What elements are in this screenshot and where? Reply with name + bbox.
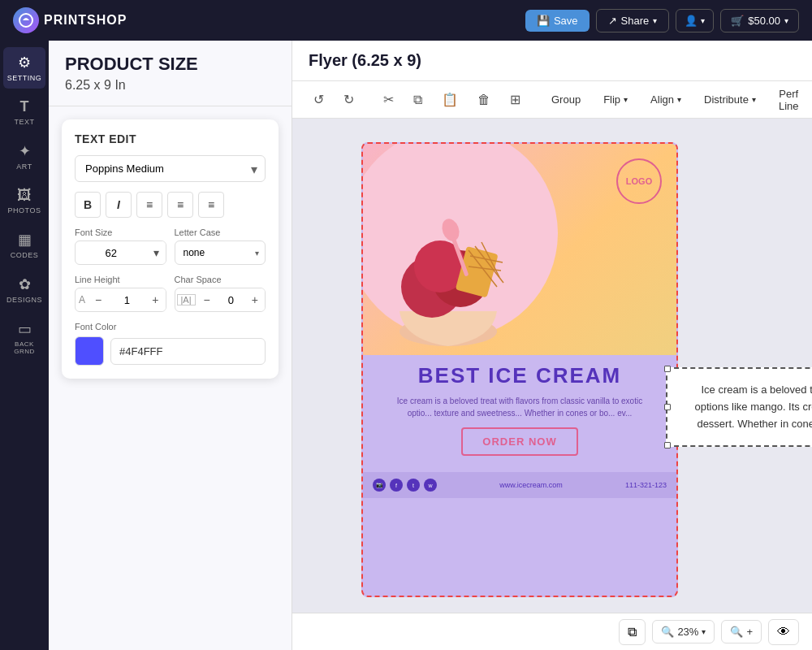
color-hex-input[interactable] <box>110 338 266 365</box>
line-height-minus-btn[interactable]: − <box>89 288 108 311</box>
instagram-icon: 📷 <box>373 479 386 492</box>
zoom-in-icon: 🔍 <box>730 626 743 638</box>
zoom-in-button[interactable]: 🔍 + <box>721 620 762 644</box>
sidebar-item-setting[interactable]: ⚙ SETTING <box>3 47 45 89</box>
font-select[interactable]: Poppins Medium <box>75 155 266 182</box>
logo-area: PRINTSHOP <box>13 7 516 33</box>
zoom-in-plus: + <box>746 626 753 638</box>
facebook-icon: f <box>390 479 403 492</box>
preview-button[interactable]: 👁 <box>768 619 799 645</box>
font-size-group: Font Size 62 ▾ <box>75 228 166 265</box>
font-size-chevron-btn[interactable]: ▾ <box>147 241 166 264</box>
char-space-display: 0 <box>217 289 245 311</box>
char-space-input-wrapper: |A| − 0 + <box>175 288 266 312</box>
undo-button[interactable]: ↺ <box>305 87 332 112</box>
align-center-button[interactable]: ≡ <box>167 192 193 218</box>
flyer-footer: 📷 f t w www.icecream.com 111-321-123 <box>363 472 676 498</box>
line-height-label: Line Height <box>75 275 166 284</box>
group-button[interactable]: Group <box>542 89 590 110</box>
flip-button[interactable]: Flip ▾ <box>594 89 637 110</box>
distribute-chevron-icon: ▾ <box>752 95 756 104</box>
layers-button[interactable]: ⧉ <box>619 619 646 645</box>
page-title-bar: Flyer (6.25 x 9) <box>292 41 812 81</box>
flyer-description: Ice cream is a beloved treat with flavor… <box>376 395 663 419</box>
cart-icon: 🛒 <box>731 15 744 27</box>
user-icon: 👤 <box>685 15 698 27</box>
bottom-bar: ⧉ 🔍 23% ▾ 🔍 + 👁 <box>292 613 812 650</box>
price-button[interactable]: 🛒 $50.00 ▾ <box>720 9 799 32</box>
website-text: www.icecream.com <box>499 481 563 489</box>
grid-button[interactable]: ⊞ <box>502 87 529 112</box>
align-right-button[interactable]: ≡ <box>198 192 224 218</box>
flyer-bottom: BEST ICE CREAM Ice cream is a beloved tr… <box>363 355 676 472</box>
text-icon: T <box>20 98 29 115</box>
align-button[interactable]: Align ▾ <box>641 89 691 110</box>
distribute-button[interactable]: Distribute ▾ <box>694 89 766 110</box>
logo-text: PRINTSHOP <box>44 13 127 28</box>
user-button[interactable]: 👤 ▾ <box>676 9 714 32</box>
save-icon: 💾 <box>537 15 550 27</box>
font-select-wrapper: Poppins Medium ▾ <box>75 155 266 182</box>
sidebar-item-photos[interactable]: 🖼 PHOTOS <box>3 180 45 221</box>
char-space-plus-btn[interactable]: + <box>245 288 265 311</box>
char-space-label: Char Space <box>175 275 266 284</box>
content-area: Flyer (6.25 x 9) ↺ ↻ ✂ ⧉ 📋 🗑 ⊞ Group Fli… <box>292 41 812 650</box>
social-icons: 📷 f t w <box>373 479 437 492</box>
sidebar-item-art[interactable]: ✦ ART <box>3 136 45 177</box>
line-height-row: Line Height A − 1 + Char Space |A| − 0 + <box>75 275 266 312</box>
resize-handle-ml[interactable] <box>664 404 671 410</box>
char-space-minus-btn[interactable]: − <box>197 288 217 311</box>
paste-button[interactable]: 📋 <box>434 87 466 112</box>
color-input-row <box>75 336 266 366</box>
sidebar-item-codes[interactable]: ▦ CODES <box>3 224 45 266</box>
align-left-button[interactable]: ≡ <box>136 192 162 218</box>
logo-badge: LOGO <box>616 158 662 204</box>
line-height-plus-btn[interactable]: + <box>145 288 165 311</box>
line-height-icon: A <box>76 294 89 306</box>
header: PRINTSHOP 💾 Save ↗ Share ▾ 👤 ▾ 🛒 $50.00 … <box>0 0 812 41</box>
order-now-button[interactable]: ORDER NOW <box>461 427 577 456</box>
order-button-wrapper: ORDER NOW <box>376 427 663 464</box>
canvas-container: LOGO BEST ICE CREAM Ice cream is a belov… <box>292 119 812 613</box>
bold-button[interactable]: B <box>75 192 101 218</box>
price-chevron-icon: ▾ <box>784 16 788 25</box>
left-panel: PRODUCT SIZE 6.25 x 9 In TEXT EDIT Poppi… <box>49 41 292 650</box>
selected-text-overlay[interactable]: Ice cream is a beloved treat with flavor… <box>666 367 812 447</box>
sidebar-item-background[interactable]: ▭ BACKGRND <box>3 314 45 362</box>
letter-case-select-wrapper: none uppercase lowercase ▾ <box>175 240 266 265</box>
chevron-down-icon: ▾ <box>653 16 657 25</box>
share-button[interactable]: ↗ Share ▾ <box>596 9 670 32</box>
save-button[interactable]: 💾 Save <box>525 10 590 32</box>
copy-button[interactable]: ⧉ <box>405 88 430 112</box>
zoom-out-button[interactable]: 🔍 23% ▾ <box>652 620 715 644</box>
flyer[interactable]: LOGO BEST ICE CREAM Ice cream is a belov… <box>361 142 678 597</box>
color-swatch[interactable] <box>75 336 104 366</box>
redo-button[interactable]: ↻ <box>335 87 362 112</box>
ice-cream-svg <box>379 206 517 355</box>
font-color-label: Font Color <box>75 322 266 332</box>
share-icon: ↗ <box>608 15 617 27</box>
char-space-group: Char Space |A| − 0 + <box>175 275 266 312</box>
letter-case-select[interactable]: none uppercase lowercase <box>175 240 266 265</box>
twitter-icon: t <box>407 479 420 492</box>
italic-button[interactable]: I <box>106 192 132 218</box>
flyer-inner: LOGO BEST ICE CREAM Ice cream is a belov… <box>363 144 676 596</box>
setting-icon: ⚙ <box>18 54 31 72</box>
sidebar-item-text[interactable]: T TEXT <box>3 92 45 132</box>
resize-handle-tl[interactable] <box>664 366 671 372</box>
cut-button[interactable]: ✂ <box>375 87 402 112</box>
header-actions: 💾 Save ↗ Share ▾ 👤 ▾ 🛒 $50.00 ▾ <box>525 9 799 32</box>
resize-handle-bl[interactable] <box>664 442 671 448</box>
main-layout: ⚙ SETTING T TEXT ✦ ART 🖼 PHOTOS ▦ CODES … <box>0 41 812 650</box>
product-size-value: 6.25 x 9 In <box>65 78 275 93</box>
line-height-input-wrapper: A − 1 + <box>75 288 166 312</box>
char-space-icon: |A| <box>177 294 196 306</box>
font-size-label: Font Size <box>75 228 166 237</box>
format-buttons: B I ≡ ≡ ≡ <box>75 192 266 218</box>
perf-line-button[interactable]: Perf Line <box>769 83 809 117</box>
flip-chevron-icon: ▾ <box>624 95 628 104</box>
sidebar-item-designs[interactable]: ✿ DESIGNS <box>3 269 45 310</box>
sidebar: ⚙ SETTING T TEXT ✦ ART 🖼 PHOTOS ▦ CODES … <box>0 41 49 650</box>
delete-button[interactable]: 🗑 <box>469 88 499 112</box>
photos-icon: 🖼 <box>17 187 32 204</box>
